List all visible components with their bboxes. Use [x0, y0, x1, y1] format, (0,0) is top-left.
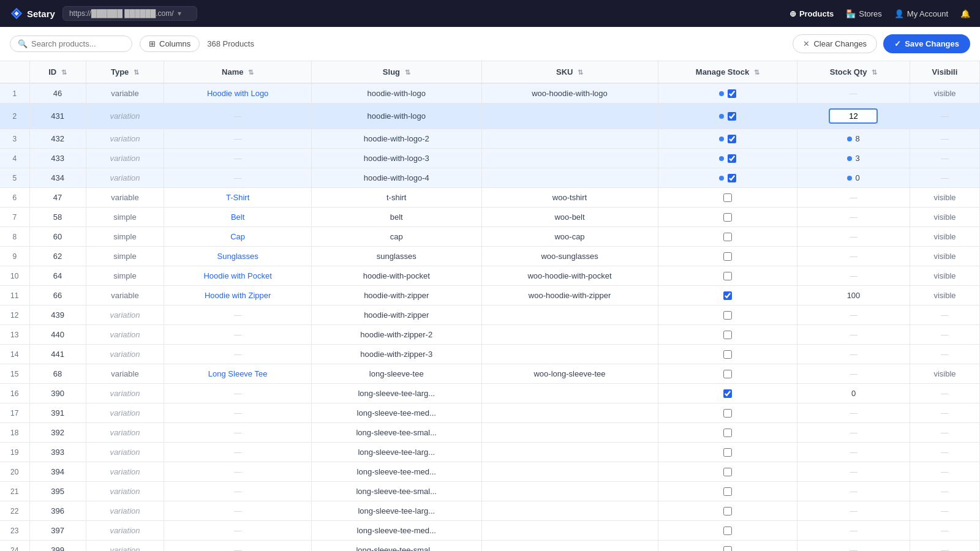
cell-manage-stock[interactable] [658, 325, 797, 345]
manage-stock-checkbox[interactable] [723, 193, 732, 202]
cell-stock-qty[interactable]: 0 [797, 384, 910, 403]
col-visibility[interactable]: Visibili [910, 61, 979, 83]
manage-stock-checkbox[interactable] [723, 213, 732, 222]
cell-stock-qty[interactable]: — [797, 443, 910, 462]
cell-stock-qty[interactable]: — [797, 462, 910, 482]
manage-stock-checkbox[interactable] [723, 233, 732, 241]
bell-icon[interactable]: 🔔 [960, 9, 970, 18]
cell-manage-stock[interactable] [658, 462, 797, 482]
manage-stock-checkbox[interactable] [723, 546, 732, 552]
stock-qty-input[interactable] [829, 108, 878, 124]
cell-stock-qty[interactable]: — [797, 364, 910, 384]
col-stock-qty[interactable]: Stock Qty ⇅ [797, 61, 910, 83]
manage-stock-checkbox[interactable] [723, 527, 732, 535]
manage-stock-checkbox[interactable] [728, 154, 736, 163]
cell-type: variable [86, 364, 164, 384]
manage-stock-checkbox[interactable] [723, 311, 732, 320]
manage-stock-checkbox[interactable] [723, 507, 732, 515]
col-id[interactable]: ID ⇅ [29, 61, 86, 83]
cell-manage-stock[interactable] [658, 227, 797, 247]
cell-stock-qty[interactable]: 100 [797, 286, 910, 305]
cell-manage-stock[interactable] [658, 247, 797, 266]
cell-manage-stock[interactable] [658, 423, 797, 443]
cell-stock-qty[interactable]: — [797, 521, 910, 541]
cell-stock-qty[interactable]: — [797, 423, 910, 443]
cell-manage-stock[interactable] [658, 541, 797, 552]
cell-manage-stock[interactable] [658, 129, 797, 149]
nav-account[interactable]: 👤 My Account [894, 9, 948, 18]
cell-stock-qty[interactable]: — [797, 188, 910, 208]
col-slug[interactable]: Slug ⇅ [311, 61, 481, 83]
cell-stock-qty[interactable]: — [797, 227, 910, 247]
manage-stock-checkbox[interactable] [728, 112, 736, 121]
manage-stock-checkbox[interactable] [723, 291, 732, 300]
col-name[interactable]: Name ⇅ [164, 61, 312, 83]
cell-slug: hoodie-with-pocket [311, 266, 481, 286]
manage-stock-checkbox[interactable] [723, 409, 732, 418]
save-changes-button[interactable]: ✓ Save Changes [883, 34, 970, 53]
cell-stock-qty[interactable]: — [797, 541, 910, 552]
cell-manage-stock[interactable] [658, 208, 797, 227]
nav-stores[interactable]: 🏪 Stores [846, 9, 882, 18]
manage-stock-checkbox[interactable] [723, 429, 732, 437]
cell-manage-stock[interactable] [658, 403, 797, 423]
cell-manage-stock[interactable] [658, 149, 797, 168]
manage-stock-checkbox[interactable] [723, 350, 732, 359]
cell-manage-stock[interactable] [658, 286, 797, 305]
cell-manage-stock[interactable] [658, 305, 797, 325]
cell-manage-stock[interactable] [658, 345, 797, 364]
cell-stock-qty[interactable]: — [797, 266, 910, 286]
manage-stock-checkbox[interactable] [723, 448, 732, 457]
cell-stock-qty[interactable]: 8 [797, 129, 910, 149]
cell-stock-qty[interactable]: — [797, 345, 910, 364]
manage-stock-checkbox[interactable] [723, 272, 732, 280]
cell-stock-qty[interactable]: — [797, 305, 910, 325]
cell-stock-qty[interactable]: — [797, 83, 910, 103]
table-row: 13440variation—hoodie-with-zipper-2—— [0, 325, 980, 345]
cell-stock-qty[interactable]: — [797, 482, 910, 501]
search-input[interactable] [31, 39, 123, 48]
cell-id: 395 [29, 482, 86, 501]
cell-manage-stock[interactable] [658, 443, 797, 462]
url-bar[interactable]: https://██████ ██████.com/ ▾ [62, 6, 197, 21]
cell-manage-stock[interactable] [658, 103, 797, 129]
manage-stock-checkbox[interactable] [723, 370, 732, 378]
cell-manage-stock[interactable] [658, 482, 797, 501]
cell-manage-stock[interactable] [658, 168, 797, 188]
cell-stock-qty[interactable]: — [797, 247, 910, 266]
cell-type: simple [86, 247, 164, 266]
manage-stock-checkbox[interactable] [728, 174, 736, 182]
col-type[interactable]: Type ⇅ [86, 61, 164, 83]
manage-stock-checkbox[interactable] [723, 331, 732, 339]
cell-manage-stock[interactable] [658, 521, 797, 541]
cell-stock-qty[interactable]: 3 [797, 149, 910, 168]
manage-stock-checkbox[interactable] [723, 252, 732, 261]
row-number: 15 [0, 364, 29, 384]
manage-stock-checkbox[interactable] [723, 468, 732, 476]
col-manage-stock[interactable]: Manage Stock ⇅ [658, 61, 797, 83]
columns-button[interactable]: ⊞ Columns [140, 36, 200, 52]
cell-manage-stock[interactable] [658, 384, 797, 403]
search-box[interactable]: 🔍 [10, 36, 132, 52]
col-sku[interactable]: SKU ⇅ [481, 61, 658, 83]
manage-stock-checkbox[interactable] [728, 89, 736, 98]
manage-stock-checkbox[interactable] [723, 487, 732, 496]
cell-type: variation [86, 403, 164, 423]
cell-sku [481, 423, 658, 443]
cell-stock-qty[interactable]: — [797, 325, 910, 345]
cell-stock-qty[interactable]: — [797, 501, 910, 521]
cell-manage-stock[interactable] [658, 188, 797, 208]
cell-stock-qty[interactable]: — [797, 208, 910, 227]
cell-manage-stock[interactable] [658, 501, 797, 521]
cell-stock-qty[interactable] [797, 103, 910, 129]
clear-changes-button[interactable]: ✕ Clear Changes [793, 34, 877, 53]
nav-products[interactable]: ⊕ Products [790, 9, 834, 18]
cell-name: — [164, 325, 312, 345]
cell-manage-stock[interactable] [658, 364, 797, 384]
cell-stock-qty[interactable]: — [797, 403, 910, 423]
cell-manage-stock[interactable] [658, 83, 797, 103]
manage-stock-checkbox[interactable] [723, 389, 732, 398]
manage-stock-checkbox[interactable] [728, 135, 736, 143]
cell-manage-stock[interactable] [658, 266, 797, 286]
cell-stock-qty[interactable]: 0 [797, 168, 910, 188]
